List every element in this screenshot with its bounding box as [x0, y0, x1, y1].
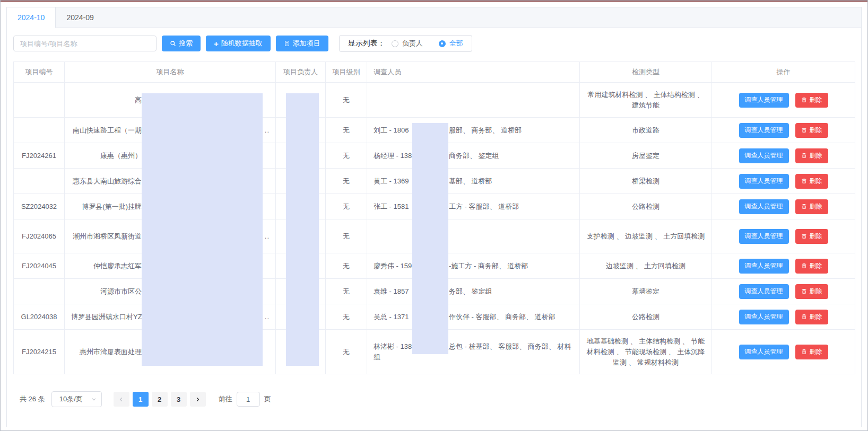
random-extract-button[interactable]: + 随机数据抽取 [206, 36, 271, 51]
document-icon [284, 40, 290, 47]
cell-test-type: 市政道路 [580, 118, 712, 143]
header-investigators: 调查人员 [367, 62, 580, 83]
search-button-label: 搜索 [179, 39, 193, 48]
trash-icon [801, 263, 807, 269]
cell-project-name: 惠州市湾厦表面处理 [65, 330, 276, 374]
delete-button-label: 删除 [810, 95, 822, 104]
delete-button[interactable]: 删除 [795, 123, 828, 138]
page-size-value: 10条/页 [59, 394, 83, 404]
delete-button-label: 删除 [810, 126, 822, 135]
search-input[interactable] [13, 36, 157, 51]
display-list-radio-group: 显示列表： 负责人 全部 [339, 35, 472, 52]
cell-test-type: 公路检测 [580, 304, 712, 330]
manage-investigators-button[interactable]: 调查人员管理 [739, 148, 789, 163]
search-button[interactable]: 搜索 [162, 36, 201, 51]
manage-investigators-button[interactable]: 调查人员管理 [739, 259, 789, 274]
delete-button-label: 删除 [810, 312, 822, 321]
cell-actions: 调查人员管理删除 [712, 253, 855, 279]
cell-project-level: 无 [326, 279, 367, 304]
delete-button[interactable]: 删除 [795, 199, 828, 214]
tabs-header: 2024-10 2024-09 [7, 7, 861, 28]
radio-leader[interactable]: 负责人 [392, 39, 423, 48]
delete-button[interactable]: 删除 [795, 259, 828, 274]
project-name-text: 河源市市区公 [100, 287, 142, 295]
add-project-button[interactable]: 添加项目 [276, 36, 328, 51]
redacted-gap [413, 319, 449, 319]
investigator-detail: 商务部、 鉴定组 [449, 152, 499, 160]
cell-investigators [367, 219, 580, 253]
radio-all[interactable]: 全部 [439, 39, 463, 48]
search-icon [170, 40, 176, 47]
display-list-label: 显示列表： [348, 39, 385, 48]
page-size-select[interactable]: 10条/页 [51, 391, 102, 407]
cell-test-type: 边坡监测 、 土方回填检测 [580, 253, 712, 279]
table-row: FJ2024261康惠（惠州）无杨经理 - 138商务部、 鉴定组房屋鉴定调查人… [14, 143, 855, 169]
cell-project-code [14, 279, 65, 304]
chevron-left-icon [118, 397, 124, 402]
investigator-name: 林渚彬 - 138 [374, 341, 413, 352]
cell-project-name: 高 [65, 83, 276, 118]
cell-test-type: 房屋鉴定 [580, 143, 712, 169]
cell-actions: 调查人员管理删除 [712, 330, 855, 374]
goto-page-input[interactable] [237, 392, 260, 407]
delete-button-label: 删除 [810, 151, 822, 160]
truncation-dots: .. [265, 231, 270, 242]
delete-button[interactable]: 删除 [795, 310, 828, 324]
table-row: 惠东县大南山旅游综合无黄工 - 1369基部、 道桥部桥梁检测调查人员管理删除 [14, 169, 855, 194]
tab-card: 2024-10 2024-09 搜索 + 随机数据抽取 [6, 7, 862, 427]
delete-button-label: 删除 [810, 232, 822, 241]
manage-investigators-button[interactable]: 调查人员管理 [739, 345, 789, 359]
cell-project-leader [276, 194, 326, 219]
prev-page-button[interactable] [114, 392, 129, 407]
delete-button[interactable]: 删除 [795, 93, 828, 108]
cell-project-leader [276, 330, 326, 374]
manage-investigators-button[interactable]: 调查人员管理 [739, 310, 789, 324]
cell-project-leader [276, 83, 326, 118]
table-row: FJ2024065潮州市湘桥区凤新街道..无支护检测 、 边坡监测 、 土方回填… [14, 219, 855, 253]
investigator-detail: -施工方 - 商务部、 道桥部 [449, 262, 528, 270]
cell-project-leader [276, 143, 326, 169]
cell-project-leader [276, 253, 326, 279]
tab-2024-09[interactable]: 2024-09 [56, 7, 104, 28]
delete-button[interactable]: 删除 [795, 229, 828, 244]
delete-button[interactable]: 删除 [795, 148, 828, 163]
page-button-2[interactable]: 2 [152, 392, 168, 407]
redacted-gap [413, 183, 449, 183]
delete-button-label: 删除 [810, 261, 822, 270]
trash-icon [801, 153, 807, 159]
delete-button[interactable]: 删除 [795, 174, 828, 189]
redacted-gap [413, 268, 449, 268]
cell-investigators: 吴总 - 1371作伙伴 - 客服部、 商务部、 道桥部 [367, 304, 580, 330]
delete-button[interactable]: 删除 [795, 345, 828, 359]
cell-project-level: 无 [326, 118, 367, 143]
cell-project-code: SZ2024032 [14, 194, 65, 219]
page-button-3[interactable]: 3 [171, 392, 187, 407]
project-name-text: 仲恺廖承志红军 [93, 262, 142, 270]
manage-investigators-button[interactable]: 调查人员管理 [739, 284, 789, 299]
projects-table: 项目编号 项目名称 项目负责人 项目级别 调查人员 检测类型 操作 高无常用建筑… [13, 61, 855, 374]
cell-project-level: 无 [326, 143, 367, 169]
investigator-name: 黄工 - 1369 [374, 176, 413, 187]
redacted-gap [413, 157, 449, 158]
manage-investigators-button[interactable]: 调查人员管理 [739, 229, 789, 244]
random-button-label: 随机数据抽取 [221, 39, 263, 48]
table-header: 项目编号 项目名称 项目负责人 项目级别 调查人员 检测类型 操作 [14, 62, 855, 83]
redacted-gap [413, 348, 449, 349]
page-button-1[interactable]: 1 [133, 392, 149, 407]
manage-investigators-button[interactable]: 调查人员管理 [739, 123, 789, 138]
cell-test-type: 常用建筑材料检测 、 主体结构检测 、 建筑节能 [580, 83, 712, 118]
cell-test-type: 支护检测 、 边坡监测 、 土方回填检测 [580, 219, 712, 253]
table-row: GL2024038博罗县园洲镇水口村YZ..无吴总 - 1371作伙伴 - 客服… [14, 304, 855, 330]
cell-project-level: 无 [326, 83, 367, 118]
chevron-down-icon [91, 397, 97, 402]
delete-button[interactable]: 删除 [795, 284, 828, 299]
manage-investigators-button[interactable]: 调查人员管理 [739, 199, 789, 214]
investigator-name: 张工 - 1581 [374, 201, 413, 212]
header-test-type: 检测类型 [580, 62, 712, 83]
manage-investigators-button[interactable]: 调查人员管理 [739, 93, 789, 108]
tab-2024-10[interactable]: 2024-10 [7, 7, 56, 28]
cell-project-leader [276, 118, 326, 143]
manage-investigators-button[interactable]: 调查人员管理 [739, 174, 789, 189]
next-page-button[interactable] [190, 392, 206, 407]
cell-project-code: FJ2024215 [14, 330, 65, 374]
